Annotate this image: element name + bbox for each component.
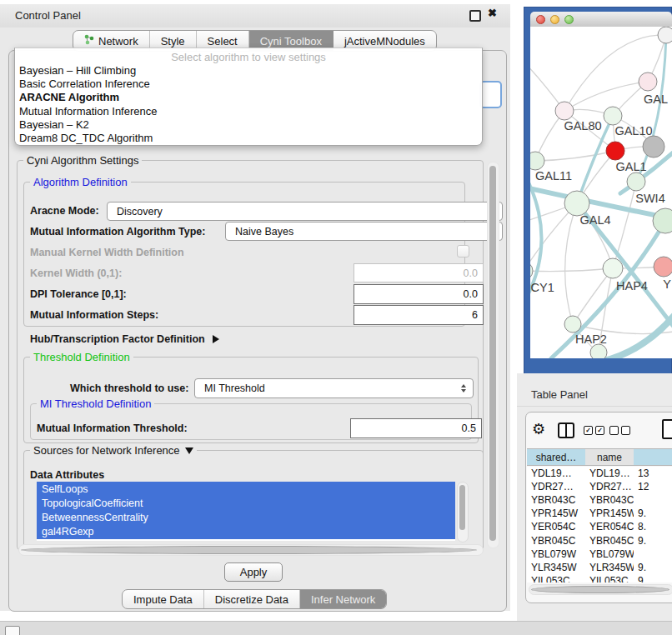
table-cell: YIL053C: [527, 575, 585, 582]
table-cell: YBL079W: [527, 548, 585, 560]
table-row[interactable]: YBR043CYBR043C: [527, 493, 672, 507]
table-cell: YER054C: [527, 521, 585, 532]
network-edge[interactable]: [535, 151, 615, 161]
select-all-icon[interactable]: [584, 426, 604, 435]
table-cell: 9.: [634, 535, 672, 547]
network-edge[interactable]: [564, 82, 648, 111]
attribute-item[interactable]: BetweennessCentrality: [37, 510, 455, 524]
network-node-label: HAP4: [616, 279, 648, 292]
table-panel-title: Table Panel: [531, 388, 588, 401]
manual-kernel-checkbox[interactable]: [457, 245, 469, 258]
network-node-y[interactable]: [654, 257, 672, 277]
dropdown-item-selected[interactable]: ARACNE Algorithm: [18, 91, 478, 104]
table-cell: YBR045C: [527, 535, 585, 547]
dropdown-item[interactable]: Bayesian – Hill Climbing: [18, 64, 478, 78]
dpi-tolerance-label: DPI Tolerance [0,1]:: [30, 288, 127, 300]
mi-type-combobox[interactable]: Naive Bayes: [225, 222, 503, 241]
column-header-name[interactable]: name: [585, 448, 634, 466]
screen: Control Panel Network Style Select Cyni …: [0, 0, 672, 635]
dock-icon[interactable]: [5, 626, 20, 635]
which-threshold-combobox[interactable]: MI Threshold: [194, 378, 474, 398]
network-node-gal1[interactable]: [606, 142, 624, 160]
network-node-label: GAL80: [564, 119, 601, 132]
apply-button[interactable]: Apply: [224, 562, 283, 582]
aracne-mode-label: Aracne Mode:: [30, 205, 99, 217]
table-row[interactable]: YBL079WYBL079W: [527, 548, 672, 561]
table-row[interactable]: YDL19…YDL19…13: [527, 467, 672, 480]
sources-toggle[interactable]: Sources for Network Inference: [30, 444, 197, 457]
columns-icon[interactable]: [558, 422, 574, 438]
mi-threshold-input[interactable]: 0.5: [350, 418, 482, 438]
network-node-gcy1[interactable]: [530, 262, 533, 280]
cyni-bottom-tabs: Impute Data Discretize Data Infer Networ…: [122, 589, 387, 609]
network-node-gal80[interactable]: [555, 102, 574, 120]
aracne-mode-combobox[interactable]: Discovery: [107, 202, 503, 221]
dropdown-item[interactable]: Mutual Information Inference: [18, 105, 478, 118]
network-node-gal4[interactable]: [564, 191, 589, 216]
table-rows: YDL19…YDL19…13YDR27…YDR27…12YBR043CYBR04…: [527, 467, 672, 582]
tab-impute-data[interactable]: Impute Data: [123, 590, 204, 608]
dpi-tolerance-input[interactable]: 0.0: [354, 284, 484, 304]
network-window-titlebar[interactable]: [530, 12, 672, 28]
network-node-hap2[interactable]: [564, 316, 581, 332]
network-node-gal10[interactable]: [604, 107, 622, 125]
network-node[interactable]: [653, 208, 672, 233]
kernel-width-input[interactable]: 0.0: [354, 263, 484, 282]
tab-infer-network[interactable]: Infer Network: [300, 590, 386, 608]
close-panel-icon[interactable]: [488, 7, 497, 19]
column-header-partial[interactable]: [634, 448, 672, 466]
zoom-window-icon[interactable]: [564, 15, 574, 24]
dropdown-item[interactable]: Basic Correlation Inference: [18, 78, 478, 91]
combo-arrows-icon: [461, 384, 466, 392]
table-row[interactable]: YDR27…YDR27…12: [527, 480, 672, 493]
network-canvas[interactable]: GALGAL80GAL10GAL1GAL11SWI4GAL4GCY1HAP4YH…: [530, 27, 672, 358]
close-window-icon[interactable]: [536, 15, 545, 24]
mi-threshold-label: Mutual Information Threshold:: [37, 422, 188, 434]
network-node-swi4[interactable]: [627, 172, 645, 191]
dropdown-item[interactable]: Bayesian – K2: [18, 118, 478, 132]
scrollbar-thumb[interactable]: [21, 546, 477, 554]
network-node[interactable]: [590, 344, 607, 358]
gear-icon[interactable]: [532, 420, 545, 438]
network-node-label: HAP2: [575, 332, 607, 346]
attribute-item[interactable]: TopologicalCoefficient: [37, 496, 455, 510]
attributes-scrollbar: [457, 482, 469, 542]
network-node-gal[interactable]: [639, 72, 657, 91]
network-edge[interactable]: [565, 203, 577, 324]
hub-definition-toggle[interactable]: Hub/Transcription Factor Definition: [30, 333, 219, 345]
table-cell: YER054C: [585, 521, 634, 532]
network-edge[interactable]: [530, 268, 613, 272]
network-node-label: GAL10: [614, 124, 652, 138]
table-row[interactable]: YER054CYER054C8.: [527, 520, 672, 533]
table-row[interactable]: YPR145WYPR145W9.: [527, 507, 672, 520]
network-node[interactable]: [658, 27, 672, 43]
table-hscrollbar: [529, 584, 672, 595]
network-node-gal11[interactable]: [530, 152, 544, 170]
scrollbar-thumb[interactable]: [459, 485, 465, 530]
deselect-all-icon[interactable]: [609, 426, 630, 435]
dropdown-item[interactable]: Dream8 DC_TDC Algorithm: [18, 132, 478, 145]
attribute-item[interactable]: gal4RGexp: [37, 525, 455, 539]
attribute-item[interactable]: SelfLoops: [37, 482, 455, 496]
network-node-label: GAL11: [535, 169, 572, 182]
minimize-window-icon[interactable]: [550, 15, 559, 24]
collapse-arrow-icon: [185, 448, 193, 454]
table-row[interactable]: YLR345WYLR345W9.: [527, 561, 672, 574]
tab-discretize-data[interactable]: Discretize Data: [204, 590, 300, 608]
data-attributes-list: SelfLoops TopologicalCoefficient Between…: [37, 482, 455, 541]
mi-steps-input[interactable]: 6: [354, 305, 484, 325]
network-node[interactable]: [643, 136, 664, 158]
table-cell: YDR27…: [585, 481, 634, 492]
table-cell: YBR045C: [585, 535, 634, 547]
document-icon[interactable]: [662, 419, 672, 439]
algorithm-combo-focus-ring: [479, 81, 502, 108]
float-panel-icon[interactable]: [469, 10, 481, 22]
column-header-shared-name[interactable]: shared…: [527, 448, 585, 466]
status-strip: [0, 621, 672, 635]
table-row[interactable]: YBR045CYBR045C9.: [527, 533, 672, 547]
group-title: Cyni Algorithm Settings: [23, 154, 142, 167]
network-node-hap4[interactable]: [603, 258, 623, 278]
table-row[interactable]: YIL053CYIL053C9: [527, 574, 672, 582]
scrollbar-thumb[interactable]: [531, 586, 669, 593]
scrollbar-thumb[interactable]: [489, 166, 496, 541]
